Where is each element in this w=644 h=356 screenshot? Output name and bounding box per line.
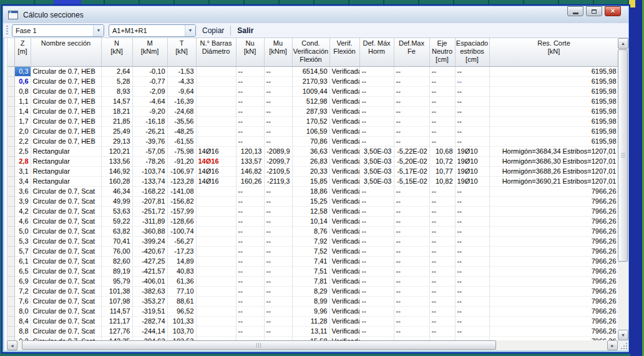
- table-cell[interactable]: 5,3: [14, 236, 31, 246]
- table-cell[interactable]: --: [394, 246, 429, 256]
- table-cell[interactable]: 103,53: [167, 336, 196, 340]
- table-cell[interactable]: -128,66: [167, 216, 196, 226]
- table-cell[interactable]: 7966,26: [489, 246, 618, 256]
- table-cell[interactable]: Circular de 0.7, Scat: [31, 196, 101, 206]
- table-cell[interactable]: --: [455, 336, 489, 340]
- table-cell[interactable]: --: [264, 316, 292, 326]
- table-cell[interactable]: --: [264, 276, 292, 286]
- table-cell[interactable]: 2,5: [14, 146, 31, 156]
- table-cell[interactable]: --: [455, 266, 489, 276]
- table-cell[interactable]: Verificada: [329, 226, 359, 236]
- table-row[interactable]: 6,9Circular de 0.7, Scat95,79-406,0161,3…: [7, 276, 618, 286]
- table-cell[interactable]: Circular de 0.7, Scat: [31, 316, 101, 326]
- table-cell[interactable]: --: [264, 256, 292, 266]
- table-row[interactable]: 3,6Circular de 0.7, Scat46,34-168,22-141…: [7, 186, 618, 196]
- table-cell[interactable]: --: [429, 126, 455, 136]
- table-cell[interactable]: --: [394, 66, 429, 76]
- table-cell[interactable]: --: [264, 136, 292, 146]
- table-cell[interactable]: --: [236, 256, 264, 266]
- table-cell[interactable]: 6195,98: [489, 126, 618, 136]
- table-cell[interactable]: 101,33: [167, 316, 196, 326]
- table-cell[interactable]: 10,77: [429, 166, 455, 176]
- table-cell[interactable]: --: [394, 76, 429, 86]
- table-cell[interactable]: 7966,26: [489, 226, 618, 236]
- table-cell[interactable]: 6195,98: [489, 116, 618, 126]
- table-cell[interactable]: 127,76: [101, 326, 132, 336]
- table-cell[interactable]: -57,05: [132, 146, 167, 156]
- table-cell[interactable]: 8,4: [14, 316, 31, 326]
- table-cell[interactable]: --: [455, 226, 489, 236]
- table-cell[interactable]: -141,08: [167, 186, 196, 196]
- table-cell[interactable]: -360,88: [132, 226, 167, 236]
- table-cell[interactable]: 49,99: [101, 196, 132, 206]
- table-cell[interactable]: 7,81: [292, 276, 329, 286]
- table-cell[interactable]: -48,25: [167, 126, 196, 136]
- column-header[interactable]: Mu[kNm]: [264, 38, 292, 66]
- table-cell[interactable]: --: [429, 306, 455, 316]
- table-cell[interactable]: 106,59: [292, 126, 329, 136]
- maximize-button[interactable]: [586, 6, 602, 16]
- table-cell[interactable]: 3,9: [14, 196, 31, 206]
- table-cell[interactable]: -406,01: [132, 276, 167, 286]
- table-cell[interactable]: -420,67: [132, 246, 167, 256]
- table-cell[interactable]: -207,81: [132, 196, 167, 206]
- table-cell[interactable]: Circular de 0.7, HEB: [31, 96, 101, 106]
- table-cell[interactable]: --: [394, 136, 429, 146]
- table-cell[interactable]: 2,0: [14, 126, 31, 136]
- close-button[interactable]: ✕: [605, 6, 621, 16]
- table-cell[interactable]: Verificada: [329, 116, 359, 126]
- table-cell[interactable]: -244,14: [132, 326, 167, 336]
- table-cell[interactable]: --: [455, 136, 489, 146]
- table-cell[interactable]: Verificada: [329, 136, 359, 146]
- table-cell[interactable]: --: [429, 226, 455, 236]
- table-cell[interactable]: --: [359, 246, 394, 256]
- copy-button[interactable]: Copiar: [196, 24, 230, 37]
- table-cell[interactable]: 14,57: [101, 96, 132, 106]
- table-cell[interactable]: Verificada: [329, 66, 359, 76]
- table-cell[interactable]: Circular de 0.7, Scat: [31, 216, 101, 226]
- table-cell[interactable]: --: [359, 86, 394, 96]
- phase-select[interactable]: Fase 1 ▼: [12, 24, 104, 37]
- table-cell[interactable]: Verificada: [329, 196, 359, 206]
- table-cell[interactable]: -427,25: [132, 256, 167, 266]
- table-cell[interactable]: 14Ø16: [196, 156, 236, 166]
- table-cell[interactable]: --: [236, 86, 264, 96]
- row-header-cell[interactable]: [7, 226, 14, 236]
- table-cell[interactable]: --: [429, 286, 455, 296]
- table-cell[interactable]: Verificada: [329, 236, 359, 246]
- table-cell[interactable]: -5,17E-02: [394, 166, 429, 176]
- table-cell[interactable]: 1,1: [14, 96, 31, 106]
- row-header-cell[interactable]: [7, 306, 14, 316]
- table-cell[interactable]: -35,56: [167, 116, 196, 126]
- table-cell[interactable]: 3,50E-03: [359, 166, 394, 176]
- table-cell[interactable]: -100,74: [167, 226, 196, 236]
- table-cell[interactable]: -4,33: [167, 76, 196, 86]
- table-cell[interactable]: --: [455, 216, 489, 226]
- table-cell[interactable]: --: [394, 186, 429, 196]
- table-cell[interactable]: 7966,26: [489, 296, 618, 306]
- table-cell[interactable]: 7966,26: [489, 306, 618, 316]
- table-cell[interactable]: Hormigón=3684,34 Estribos=1207,01: [489, 146, 618, 156]
- vertical-scroll-thumb[interactable]: [618, 49, 628, 262]
- table-cell[interactable]: 6,5: [14, 266, 31, 276]
- table-cell[interactable]: -251,72: [132, 206, 167, 216]
- table-cell[interactable]: --: [236, 126, 264, 136]
- table-cell[interactable]: --: [429, 196, 455, 206]
- table-cell[interactable]: 170,52: [292, 116, 329, 126]
- table-cell[interactable]: Circular de 0.7, Scat: [31, 336, 101, 340]
- table-cell[interactable]: Verificada: [329, 186, 359, 196]
- table-cell[interactable]: 7966,26: [489, 316, 618, 326]
- table-cell[interactable]: --: [236, 336, 264, 340]
- table-cell[interactable]: --: [394, 116, 429, 126]
- table-cell[interactable]: 40,83: [167, 266, 196, 276]
- table-cell[interactable]: 1,7: [14, 116, 31, 126]
- table-cell[interactable]: -39,76: [132, 136, 167, 146]
- table-cell[interactable]: 103,70: [167, 326, 196, 336]
- row-header-cell[interactable]: [7, 76, 14, 86]
- table-cell[interactable]: -399,24: [132, 236, 167, 246]
- table-cell[interactable]: Verificada: [329, 256, 359, 266]
- table-cell[interactable]: 9,96: [292, 306, 329, 316]
- table-cell[interactable]: Verificada: [329, 316, 359, 326]
- table-cell[interactable]: --: [264, 246, 292, 256]
- table-cell[interactable]: --: [359, 186, 394, 196]
